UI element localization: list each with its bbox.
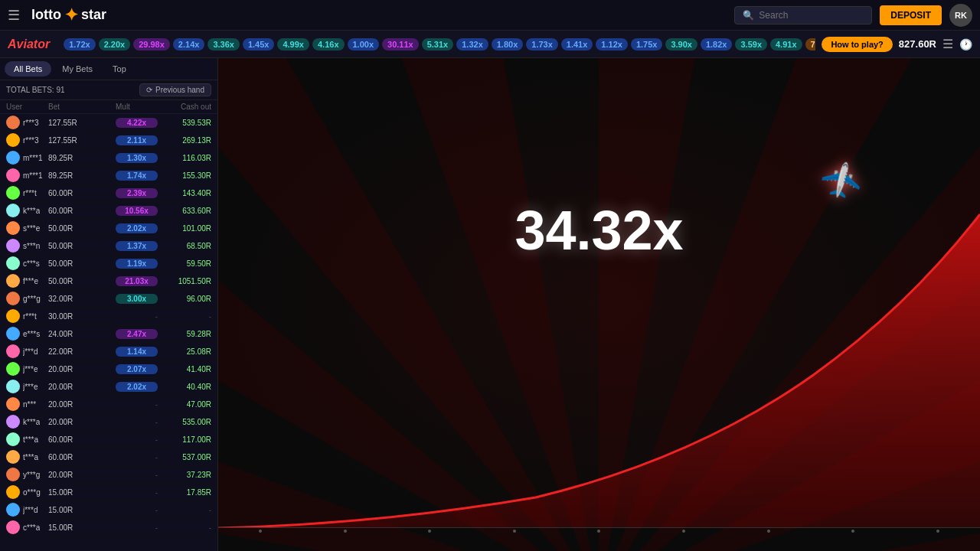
- search-input[interactable]: [759, 10, 864, 21]
- cashout-value: 41.40R: [158, 365, 211, 373]
- cashout-value: 143.40R: [158, 189, 211, 197]
- multiplier-pill[interactable]: 3.36x: [207, 38, 240, 51]
- table-row: j***d 22.00R 1.14x 25.08R: [0, 343, 217, 360]
- user-cell: s***n: [6, 239, 48, 253]
- multiplier-pill[interactable]: 1.41x: [561, 38, 593, 51]
- user-cell: n***: [6, 397, 48, 411]
- mult-badge: 10.56x: [116, 206, 158, 216]
- multiplier-pill[interactable]: 1.73x: [526, 38, 558, 51]
- settings-icon[interactable]: ☰: [942, 37, 953, 51]
- user-cell: s***e: [6, 221, 48, 235]
- game-header: Aviator 1.72x2.20x29.98x2.14x3.36x1.45x4…: [0, 31, 980, 58]
- multiplier-pill[interactable]: 1.75x: [631, 38, 663, 51]
- multiplier-pill[interactable]: 3.90x: [665, 38, 697, 51]
- multiplier-pill[interactable]: 29.98x: [133, 38, 170, 51]
- multiplier-pill[interactable]: 4.99x: [277, 38, 309, 51]
- user-name: c***s: [23, 259, 40, 268]
- game-header-right: How to play? 827.60R ☰ 🕐: [822, 37, 972, 52]
- multiplier-pill[interactable]: 2.20x: [99, 38, 131, 51]
- user-cell: k***a: [6, 204, 48, 217]
- user-name: n***: [23, 400, 36, 409]
- multiplier-pill[interactable]: 1.32x: [456, 38, 488, 51]
- multiplier-pill[interactable]: 4.16x: [312, 38, 345, 51]
- mult-empty: -: [116, 453, 158, 461]
- bet-amount-cell: 20.00R: [48, 383, 116, 391]
- mult-empty: -: [116, 506, 158, 514]
- total-bets-bar: TOTAL BETS: 91 ⟳ Previous hand: [0, 80, 217, 100]
- bet-amount-cell: 50.00R: [48, 259, 116, 268]
- user-icon: [6, 344, 20, 358]
- bet-amount-cell: 32.00R: [48, 295, 116, 303]
- axis-dot: [936, 530, 939, 533]
- user-cell: r***t: [6, 309, 48, 323]
- user-icon: [6, 503, 20, 517]
- cashout-value: 269.13R: [158, 136, 211, 145]
- user-name: o***g: [23, 488, 41, 497]
- user-cell: f***e: [6, 274, 48, 288]
- user-icon: [6, 380, 20, 393]
- multiplier-pill[interactable]: 1.12x: [596, 38, 628, 51]
- multiplier-pill[interactable]: 1.80x: [492, 38, 524, 51]
- table-row: r***3 127.55R 4.22x 539.53R: [0, 114, 217, 132]
- mult-badge: 2.47x: [116, 329, 158, 339]
- total-bets-label: TOTAL BETS:: [6, 86, 54, 94]
- table-row: n*** 20.00R - 47.00R: [0, 396, 217, 413]
- multiplier-pill[interactable]: 1.82x: [701, 38, 733, 51]
- history-icon: ⟳: [146, 86, 152, 94]
- multiplier-pill[interactable]: 3.59x: [735, 38, 767, 51]
- bet-amount-cell: 15.00R: [48, 488, 116, 497]
- user-icon: [6, 450, 20, 464]
- deposit-button[interactable]: DEPOSIT: [880, 5, 942, 25]
- left-panel: All BetsMy BetsTop TOTAL BETS: 91 ⟳ Prev…: [0, 58, 218, 551]
- user-name: s***n: [23, 242, 40, 250]
- multiplier-pill[interactable]: 1.72x: [64, 38, 96, 51]
- multiplier-pill[interactable]: 7.76x: [805, 38, 816, 51]
- axis-dot: [344, 530, 347, 533]
- cashout-value: 155.30R: [158, 171, 211, 180]
- table-row: g***g 32.00R 3.00x 96.00R: [0, 290, 217, 308]
- bet-amount-cell: 24.00R: [48, 330, 116, 338]
- user-name: j***e: [23, 383, 38, 391]
- user-icon: [6, 256, 20, 270]
- axis-dot: [851, 530, 854, 533]
- hamburger-icon[interactable]: ☰: [8, 7, 20, 24]
- multiplier-pill[interactable]: 1.45x: [243, 38, 275, 51]
- bets-tab-my-bets[interactable]: My Bets: [53, 61, 102, 77]
- user-cell: t***a: [6, 450, 48, 464]
- balance-display: 827.60R: [899, 38, 936, 50]
- mult-badge: 1.37x: [116, 241, 158, 251]
- bet-amount-cell: 60.00R: [48, 453, 116, 461]
- cashout-value: 116.03R: [158, 154, 211, 162]
- cashout-value: 539.53R: [158, 119, 211, 127]
- mult-badge: 2.02x: [116, 223, 158, 233]
- multiplier-pill[interactable]: 30.11x: [382, 38, 419, 51]
- user-icon: [6, 327, 20, 341]
- col-bet: Bet: [48, 103, 116, 111]
- user-name: r***3: [23, 119, 39, 127]
- multiplier-pill[interactable]: 5.31x: [422, 38, 454, 51]
- user-icon: [6, 274, 20, 288]
- user-name: c***a: [23, 523, 40, 532]
- axis-dot: [428, 530, 431, 533]
- user-name: m***1: [23, 154, 43, 162]
- axis-dots: [218, 530, 980, 533]
- multiplier-pill[interactable]: 2.14x: [173, 38, 205, 51]
- user-icon: [6, 415, 20, 429]
- table-row: c***s 50.00R 1.19x 59.50R: [0, 255, 217, 272]
- table-row: k***a 20.00R - 535.00R: [0, 413, 217, 431]
- multiplier-pill[interactable]: 4.91x: [770, 38, 802, 51]
- cashout-value: 101.00R: [158, 224, 211, 233]
- cashout-value: 59.28R: [158, 330, 211, 338]
- multiplier-pill[interactable]: 1.00x: [348, 38, 380, 51]
- bet-amount-cell: 60.00R: [48, 435, 116, 444]
- how-to-play-button[interactable]: How to play?: [822, 37, 892, 52]
- bets-tab-all-bets[interactable]: All Bets: [5, 61, 51, 77]
- mult-badge: 2.02x: [116, 382, 158, 392]
- clock-icon[interactable]: 🕐: [959, 38, 972, 51]
- bets-tab-top[interactable]: Top: [103, 61, 136, 77]
- user-avatar[interactable]: RK: [949, 4, 972, 27]
- previous-hand-button[interactable]: ⟳ Previous hand: [139, 83, 211, 96]
- user-name: f***e: [23, 277, 38, 285]
- user-cell: j***d: [6, 344, 48, 358]
- col-cashout: Cash out: [158, 103, 211, 111]
